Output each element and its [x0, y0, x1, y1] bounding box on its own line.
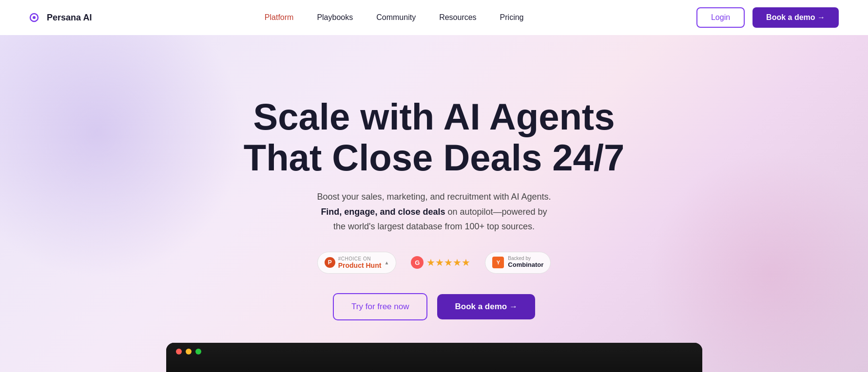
window-dot-yellow: [186, 349, 192, 354]
yc-icon: Y: [492, 257, 504, 268]
logo-link[interactable]: Persana AI: [29, 11, 92, 24]
yc-backed-label: Backed by: [508, 256, 531, 261]
book-demo-hero-button[interactable]: Book a demo →: [437, 294, 535, 319]
yc-name: Combinator: [508, 261, 543, 269]
nav-resources[interactable]: Resources: [439, 13, 476, 21]
yc-badge: Y Backed by Combinator: [485, 252, 551, 274]
hero-title: Scale with AI Agents That Close Deals 24…: [244, 96, 624, 178]
try-free-button[interactable]: Try for free now: [333, 293, 427, 320]
product-hunt-badge: P #CHOICE ON Product Hunt ▲: [317, 252, 397, 274]
ph-name: Product Hunt: [338, 261, 382, 269]
social-proof-badges: P #CHOICE ON Product Hunt ▲ G ★★★★★ Y Ba…: [317, 252, 551, 274]
svg-point-1: [33, 16, 36, 19]
window-dot-green: [195, 349, 201, 354]
app-preview-bar: [166, 343, 702, 372]
preview-inner: [166, 343, 702, 372]
nav-pricing[interactable]: Pricing: [500, 13, 524, 21]
login-button[interactable]: Login: [696, 7, 745, 28]
ph-arrow: ▲: [384, 260, 389, 265]
book-demo-nav-button[interactable]: Book a demo →: [752, 7, 839, 28]
navbar: Persana AI Platform Playbooks Community …: [0, 0, 868, 35]
g2-stars-badge: G ★★★★★: [404, 252, 477, 273]
hero-section: Scale with AI Agents That Close Deals 24…: [0, 35, 868, 372]
yc-text: Backed by Combinator: [508, 256, 543, 269]
star-rating: ★★★★★: [426, 257, 470, 268]
ph-icon: P: [325, 257, 335, 268]
nav-platform[interactable]: Platform: [265, 13, 294, 21]
nav-actions: Login Book a demo →: [696, 7, 839, 28]
ph-label: #CHOICE ON: [338, 256, 371, 261]
logo-text: Persana AI: [47, 13, 92, 23]
nav-community[interactable]: Community: [376, 13, 416, 21]
nav-links: Platform Playbooks Community Resources P…: [265, 13, 524, 22]
hero-subtitle: Boost your sales, marketing, and recruit…: [317, 189, 551, 234]
cta-buttons: Try for free now Book a demo →: [333, 293, 535, 320]
window-dot-red: [176, 349, 182, 354]
nav-playbooks[interactable]: Playbooks: [317, 13, 353, 21]
logo-icon: [29, 11, 43, 24]
g2-icon: G: [411, 256, 424, 269]
